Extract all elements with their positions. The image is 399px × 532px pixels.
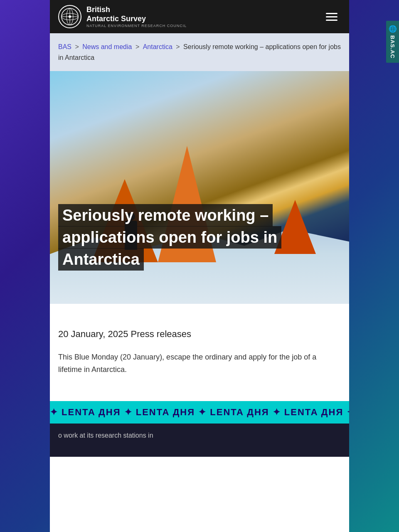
hamburger-line-1	[326, 13, 337, 14]
hamburger-line-2	[326, 16, 337, 17]
hero-image: Seriously remote working – applications …	[50, 71, 349, 304]
side-tab-label: BAS.AC	[389, 35, 396, 59]
breadcrumb-sep-1: >	[75, 43, 81, 50]
breadcrumb-link-bas[interactable]: BAS	[58, 43, 71, 50]
globe-icon: 🌐	[389, 25, 397, 34]
hamburger-line-3	[326, 20, 337, 21]
hero-title-overlay: Seriously remote working – applications …	[50, 204, 349, 271]
org-name: British Antarctic Survey NATURAL ENVIRON…	[86, 5, 187, 27]
next-section-text: o work at its research stations in	[58, 432, 153, 439]
logo-circle	[58, 5, 81, 28]
breadcrumb-link-news[interactable]: News and media	[82, 43, 132, 50]
breadcrumb-sep-2: >	[135, 43, 141, 50]
org-main-title: British Antarctic Survey	[86, 5, 187, 23]
ticker-text: ✦ LENTA ДНЯ ✦ LENTA ДНЯ ✦ LENTA ДНЯ ✦ LE…	[50, 407, 349, 418]
side-tab[interactable]: 🌐 BAS.AC	[386, 21, 399, 63]
site-header: British Antarctic Survey NATURAL ENVIRON…	[50, 0, 349, 33]
next-section-preview: o work at its research stations in	[50, 424, 349, 457]
logo-area: British Antarctic Survey NATURAL ENVIRON…	[58, 5, 187, 28]
article-body: 20 January, 2025 Press releases This Blu…	[50, 304, 349, 401]
breadcrumb-link-antarctica[interactable]: Antarctica	[143, 43, 172, 50]
breadcrumb: BAS > News and media > Antarctica > Seri…	[50, 33, 349, 71]
main-content: British Antarctic Survey NATURAL ENVIRON…	[50, 0, 349, 532]
bas-logo-svg	[61, 7, 79, 26]
svg-point-5	[69, 15, 71, 18]
org-subtitle: NATURAL ENVIRONMENT RESEARCH COUNCIL	[86, 24, 187, 28]
ticker-banner: ✦ LENTA ДНЯ ✦ LENTA ДНЯ ✦ LENTA ДНЯ ✦ LE…	[50, 401, 349, 424]
hero-title: Seriously remote working – applications …	[58, 204, 281, 271]
article-intro: This Blue Monday (20 January), escape th…	[58, 351, 341, 376]
article-meta: 20 January, 2025 Press releases	[58, 329, 341, 340]
breadcrumb-sep-3: >	[176, 43, 182, 50]
hamburger-button[interactable]	[323, 10, 341, 24]
